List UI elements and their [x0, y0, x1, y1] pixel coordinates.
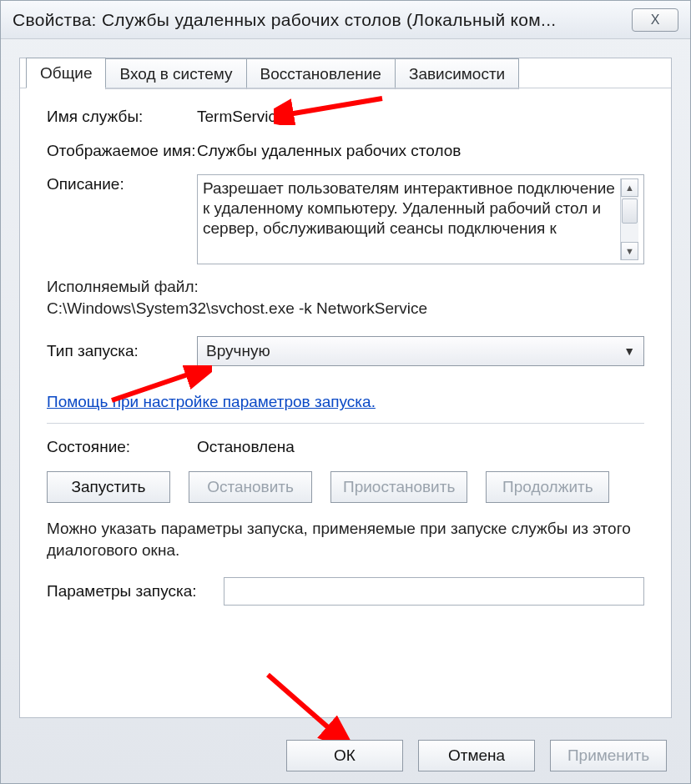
- description-box: Разрешает пользователям интерактивное по…: [197, 174, 644, 264]
- startup-help-link[interactable]: Помощь при настройке параметров запуска.: [47, 393, 376, 411]
- chevron-down-icon: ▼: [623, 344, 635, 358]
- stop-button[interactable]: Остановить: [189, 471, 312, 503]
- resume-button[interactable]: Продолжить: [486, 471, 609, 503]
- tab-label: Восстановление: [260, 65, 381, 83]
- display-name-label: Отображаемое имя:: [47, 141, 197, 162]
- description-text: Разрешает пользователям интерактивное по…: [203, 178, 620, 260]
- button-label: Приостановить: [343, 478, 455, 496]
- pause-button[interactable]: Приостановить: [330, 471, 467, 503]
- startup-type-label: Тип запуска:: [47, 341, 197, 362]
- display-name-value: Службы удаленных рабочих столов: [197, 141, 644, 162]
- button-label: Остановить: [207, 478, 294, 496]
- state-label: Состояние:: [47, 437, 197, 458]
- dialog-window: Свойства: Службы удаленных рабочих столо…: [0, 0, 691, 784]
- tab-label: Вход в систему: [119, 65, 232, 83]
- tab-logon[interactable]: Вход в систему: [105, 58, 246, 89]
- tab-body-general: Имя службы: TermService Отображаемое имя…: [20, 88, 671, 713]
- description-scrollbar[interactable]: ▲ ▼: [620, 178, 638, 260]
- tab-recovery[interactable]: Восстановление: [246, 58, 396, 89]
- service-name-value: TermService: [197, 107, 644, 128]
- scroll-track[interactable]: [621, 197, 638, 242]
- startup-params-input[interactable]: [224, 577, 644, 606]
- tabstrip: Общие Вход в систему Восстановление Зави…: [20, 58, 671, 88]
- dialog-footer: ОК Отмена Применить: [1, 740, 690, 771]
- titlebar: Свойства: Службы удаленных рабочих столо…: [1, 1, 690, 39]
- executable-label: Исполняемый файл:: [47, 278, 644, 296]
- state-button-row: Запустить Остановить Приостановить Продо…: [47, 471, 644, 503]
- tab-label: Общие: [40, 64, 92, 82]
- window-title: Свойства: Службы удаленных рабочих столо…: [13, 10, 632, 30]
- scroll-up-icon[interactable]: ▲: [621, 178, 638, 197]
- startup-type-combo[interactable]: Вручную ▼: [197, 336, 644, 366]
- cancel-button[interactable]: Отмена: [418, 740, 535, 771]
- tab-dependencies[interactable]: Зависимости: [395, 58, 519, 89]
- startup-type-value: Вручную: [206, 342, 270, 360]
- scroll-down-icon[interactable]: ▼: [621, 242, 638, 260]
- state-value: Остановлена: [197, 437, 644, 458]
- scroll-thumb[interactable]: [622, 199, 638, 224]
- divider: [47, 423, 644, 424]
- description-label: Описание:: [47, 174, 197, 195]
- button-label: ОК: [334, 746, 356, 765]
- service-name-label: Имя службы:: [47, 107, 197, 128]
- button-label: Отмена: [448, 746, 505, 765]
- startup-params-hint: Можно указать параметры запуска, применя…: [47, 518, 644, 560]
- start-button[interactable]: Запустить: [47, 471, 170, 503]
- button-label: Применить: [567, 746, 649, 765]
- tab-label: Зависимости: [409, 65, 505, 83]
- startup-params-label: Параметры запуска:: [47, 581, 222, 602]
- tab-general[interactable]: Общие: [26, 58, 106, 88]
- button-label: Запустить: [71, 478, 145, 496]
- apply-button[interactable]: Применить: [550, 740, 667, 771]
- close-icon: X: [651, 13, 660, 28]
- button-label: Продолжить: [502, 478, 593, 496]
- ok-button[interactable]: ОК: [286, 740, 403, 771]
- executable-path: C:\Windows\System32\svchost.exe -k Netwo…: [47, 299, 644, 318]
- close-button[interactable]: X: [632, 8, 678, 32]
- content-panel: Общие Вход в систему Восстановление Зави…: [19, 58, 672, 718]
